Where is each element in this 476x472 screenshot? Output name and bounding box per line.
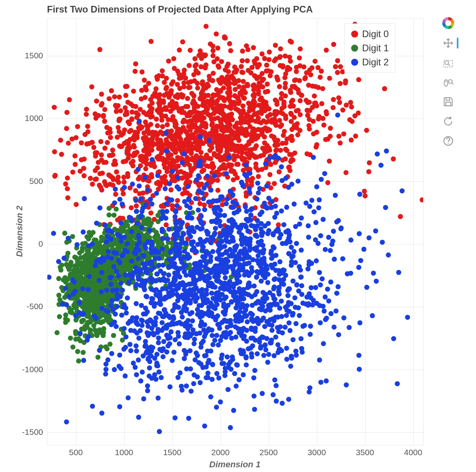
x-tick-label: 2000 bbox=[211, 448, 230, 457]
legend-item[interactable]: Digit 0 bbox=[350, 27, 389, 41]
x-tick-label: 3000 bbox=[308, 448, 326, 457]
svg-point-7 bbox=[448, 143, 449, 144]
legend-item[interactable]: Digit 2 bbox=[350, 55, 389, 69]
legend-swatch-icon bbox=[351, 59, 358, 66]
save-tool-icon[interactable] bbox=[441, 95, 455, 109]
y-tick-label: -1000 bbox=[8, 365, 43, 374]
y-tick-label: 1500 bbox=[8, 51, 43, 60]
scatter-plot-canvas[interactable] bbox=[47, 18, 424, 445]
y-axis-label: Dimension 2 bbox=[14, 206, 25, 257]
x-tick-label: 500 bbox=[69, 448, 83, 457]
legend-label: Digit 1 bbox=[362, 43, 389, 54]
help-tool-icon[interactable] bbox=[441, 134, 455, 148]
x-tick-label: 1500 bbox=[163, 448, 182, 457]
chart-area: First Two Dimensions of Projected Data A… bbox=[8, 4, 431, 470]
wheel-zoom-tool-icon[interactable] bbox=[441, 75, 455, 89]
svg-point-3 bbox=[449, 79, 452, 83]
svg-point-2 bbox=[444, 79, 448, 86]
bokeh-logo-icon[interactable] bbox=[441, 16, 456, 31]
x-tick-label: 1000 bbox=[115, 448, 133, 457]
chart-title: First Two Dimensions of Projected Data A… bbox=[47, 4, 313, 15]
x-tick-label: 2500 bbox=[260, 448, 278, 457]
page-root: First Two Dimensions of Projected Data A… bbox=[0, 0, 476, 472]
legend-swatch-icon bbox=[351, 31, 358, 38]
svg-point-1 bbox=[445, 61, 449, 64]
y-tick-label: 1000 bbox=[8, 113, 43, 123]
legend-swatch-icon bbox=[351, 45, 358, 52]
y-tick-label: 500 bbox=[8, 177, 43, 186]
legend[interactable]: Digit 0Digit 1Digit 2 bbox=[344, 23, 395, 73]
legend-label: Digit 2 bbox=[362, 57, 389, 68]
x-tick-label: 3500 bbox=[356, 448, 374, 457]
box-zoom-tool-icon[interactable] bbox=[441, 56, 455, 70]
legend-item[interactable]: Digit 1 bbox=[350, 41, 389, 55]
svg-rect-5 bbox=[445, 102, 451, 106]
reset-tool-icon[interactable] bbox=[441, 114, 455, 128]
svg-rect-4 bbox=[446, 98, 449, 101]
x-axis-label: Dimension 1 bbox=[209, 459, 261, 470]
toolbar bbox=[438, 16, 458, 148]
legend-label: Digit 0 bbox=[362, 29, 389, 40]
y-tick-label: -500 bbox=[8, 302, 43, 311]
y-tick-label: 0 bbox=[8, 239, 43, 249]
x-tick-label: 4000 bbox=[404, 448, 422, 457]
y-tick-label: -1500 bbox=[8, 427, 43, 437]
pan-tool-icon[interactable] bbox=[441, 36, 455, 50]
